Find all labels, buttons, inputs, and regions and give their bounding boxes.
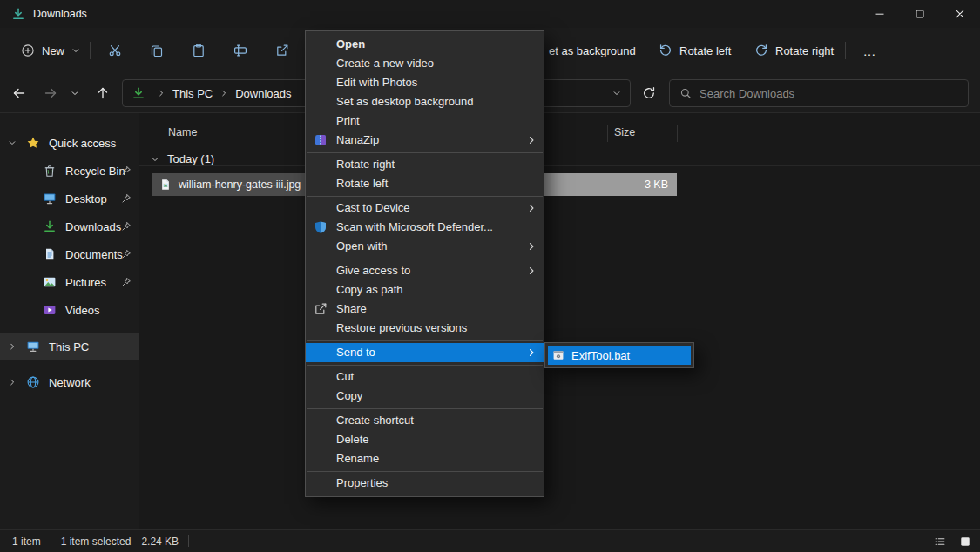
menu-item-restore-previous-versions[interactable]: Restore previous versions [306, 319, 544, 338]
menu-item-rename[interactable]: Rename [306, 449, 544, 468]
menu-item-open-with[interactable]: Open with [306, 237, 544, 256]
rotate-right-icon [754, 44, 768, 57]
chevron-down-icon [71, 89, 79, 98]
downloads-window-icon [11, 7, 25, 21]
address-dropdown-icon[interactable] [612, 89, 621, 98]
sidebar-item-videos[interactable]: Videos [0, 296, 139, 324]
pictures-icon [41, 275, 58, 289]
menu-item-print[interactable]: Print [306, 111, 544, 131]
group-collapse-icon[interactable] [151, 155, 159, 164]
menu-item-properties[interactable]: Properties [306, 474, 544, 493]
menu-item-copy-as-path[interactable]: Copy as path [306, 280, 544, 300]
cut-button[interactable] [98, 37, 132, 64]
rename-button[interactable] [223, 37, 258, 64]
close-icon [953, 7, 967, 21]
sidebar-item-recycle-bin[interactable]: Recycle Bin [0, 157, 139, 185]
set-as-background-label-partial[interactable]: et as background [549, 28, 636, 73]
sidebar-item-pictures[interactable]: Pictures [0, 268, 139, 296]
sidebar-item-label: Desktop [65, 192, 107, 205]
details-view-button[interactable] [929, 532, 950, 550]
statusbar-divider [188, 535, 189, 547]
pin-icon [121, 249, 132, 259]
rotate-left-button[interactable]: Rotate left [652, 37, 738, 64]
minimize-button[interactable] [860, 0, 900, 28]
new-icon [21, 44, 35, 57]
menu-item-scan-with-microsoft-defender[interactable]: Scan with Microsoft Defender... [306, 218, 544, 237]
defender-shield-icon [314, 220, 328, 234]
navigation-pane: Quick access Recycle Bin Desktop Downloa… [0, 113, 139, 529]
menu-item-give-access-to[interactable]: Give access to [306, 261, 544, 280]
submenu-item-exiftool-bat[interactable]: ExifTool.bat [548, 346, 691, 365]
sidebar-item-label: Videos [65, 304, 100, 317]
pin-icon [121, 277, 132, 287]
menu-item-set-as-desktop-background[interactable]: Set as desktop background [306, 92, 544, 111]
menu-item-nanazip[interactable]: NanaZip [306, 131, 544, 150]
refresh-button[interactable] [635, 79, 663, 107]
sidebar-item-documents[interactable]: Documents [0, 240, 139, 268]
menu-item-rotate-left[interactable]: Rotate left [306, 174, 544, 193]
menu-item-open[interactable]: Open [306, 35, 544, 54]
minimize-icon [873, 7, 887, 21]
share-icon [314, 302, 328, 316]
column-divider[interactable] [607, 125, 608, 142]
menu-item-send-to[interactable]: Send to [306, 343, 544, 362]
column-header-name[interactable]: Name [168, 126, 197, 138]
collapse-chevron-icon[interactable] [0, 378, 24, 387]
menu-item-edit-with-photos[interactable]: Edit with Photos [306, 73, 544, 92]
menu-item-create-shortcut[interactable]: Create shortcut [306, 411, 544, 430]
new-button[interactable]: New [11, 37, 90, 64]
close-button[interactable] [940, 0, 980, 28]
menu-item-label: Set as desktop background [336, 95, 474, 108]
submenu-arrow-icon [526, 135, 537, 145]
ellipsis-icon: … [863, 44, 876, 58]
recent-locations-button[interactable] [64, 79, 85, 107]
forward-button[interactable] [37, 79, 64, 107]
menu-item-label: Restore previous versions [336, 321, 467, 334]
refresh-icon [642, 86, 656, 100]
expand-chevron-icon[interactable] [0, 138, 24, 147]
menu-item-copy[interactable]: Copy [306, 387, 544, 406]
menu-item-cut[interactable]: Cut [306, 367, 544, 387]
share-button[interactable] [265, 37, 300, 64]
pin-icon [121, 165, 132, 176]
up-button[interactable] [89, 79, 117, 107]
copy-button[interactable] [139, 37, 174, 64]
menu-item-label: Print [336, 114, 360, 127]
breadcrumb-this-pc[interactable]: This PC [171, 87, 214, 100]
rotate-right-button[interactable]: Rotate right [747, 37, 841, 64]
sidebar-item-network[interactable]: Network [0, 368, 139, 396]
sidebar-item-quick-access[interactable]: Quick access [0, 129, 139, 157]
column-divider[interactable] [677, 125, 678, 142]
menu-separator [307, 196, 543, 197]
large-icons-view-button[interactable] [954, 532, 976, 550]
cut-icon [108, 44, 122, 57]
menu-item-delete[interactable]: Delete [306, 430, 544, 449]
group-header-today[interactable]: Today (1) [151, 152, 214, 165]
menu-item-label: Open [336, 37, 365, 50]
title-bar: Downloads [0, 0, 980, 28]
sidebar-item-downloads[interactable]: Downloads [0, 212, 139, 240]
menu-item-cast-to-device[interactable]: Cast to Device [306, 199, 544, 218]
breadcrumb-downloads[interactable]: Downloads [233, 87, 293, 100]
search-input[interactable] [700, 87, 958, 100]
menu-item-label: Create a new video [336, 57, 434, 70]
file-name: william-henry-gates-iii.jpg [179, 178, 301, 191]
menu-item-create-a-new-video[interactable]: Create a new video [306, 54, 544, 73]
downloads-folder-icon [132, 86, 145, 100]
new-button-label: New [42, 44, 64, 57]
menu-item-label: Properties [336, 476, 388, 489]
see-more-button[interactable]: … [855, 37, 883, 64]
copy-icon [150, 44, 164, 57]
chevron-down-icon [71, 46, 80, 55]
menu-item-share[interactable]: Share [306, 300, 544, 319]
column-header-size[interactable]: Size [614, 126, 635, 138]
paste-button[interactable] [181, 37, 216, 64]
collapse-chevron-icon[interactable] [0, 342, 24, 351]
back-button[interactable] [5, 79, 33, 107]
search-box [669, 79, 969, 107]
menu-item-rotate-right[interactable]: Rotate right [306, 155, 544, 174]
sidebar-item-this-pc[interactable]: This PC [0, 333, 139, 360]
maximize-button[interactable] [900, 0, 940, 28]
sidebar-item-desktop[interactable]: Desktop [0, 185, 139, 212]
rename-icon [233, 44, 247, 57]
